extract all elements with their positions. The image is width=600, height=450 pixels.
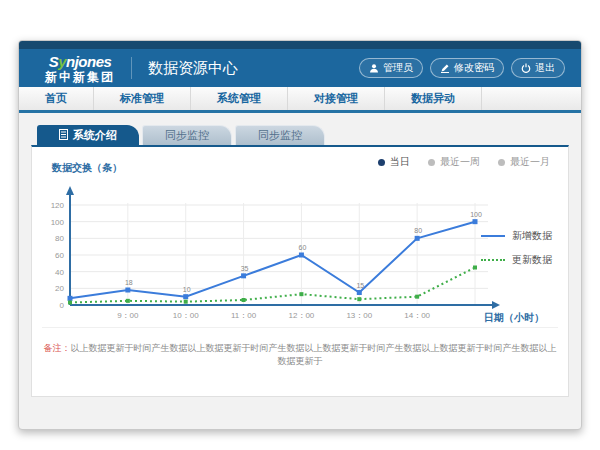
chart-panel: 当日 最近一周 最近一月 0204060801001209：0010：0011：… (31, 145, 569, 397)
footnote-text: 以上数据更新于时间产生数据以上数据更新于时间产生数据以上数据更新于时间产生数据以… (71, 343, 557, 366)
logout-button[interactable]: 退出 (511, 58, 565, 78)
svg-text:80: 80 (414, 227, 422, 234)
svg-text:13：00: 13：00 (346, 311, 372, 320)
tab-system-intro[interactable]: 系统介绍 (37, 125, 139, 145)
svg-text:10: 10 (183, 286, 191, 293)
app-window: Synjones 新中新集团 数据资源中心 管理员 修改密码 退出 (18, 40, 582, 430)
svg-text:10：00: 10：00 (173, 311, 199, 320)
filter-last-week[interactable]: 最近一周 (428, 155, 480, 169)
app-header: Synjones 新中新集团 数据资源中心 管理员 修改密码 退出 (19, 49, 581, 87)
tab-sync-monitor-1[interactable]: 同步监控 (142, 125, 232, 145)
svg-text:120: 120 (51, 201, 65, 210)
filter-label: 当日 (390, 155, 410, 169)
chart-legend: 新增数据 更新数据 (481, 229, 552, 267)
svg-text:20: 20 (55, 284, 64, 293)
page-title: 数据资源中心 (131, 57, 238, 79)
content-area: 系统介绍 同步监控 同步监控 当日 最近一周 (19, 113, 581, 397)
header-top-strip (19, 41, 581, 49)
nav-item-integration-mgmt[interactable]: 对接管理 (288, 87, 385, 110)
svg-text:15: 15 (356, 282, 364, 289)
radio-dot-icon (498, 159, 505, 166)
legend-label: 新增数据 (512, 229, 552, 243)
filter-label: 最近一周 (440, 155, 480, 169)
header-actions: 管理员 修改密码 退出 (359, 58, 565, 78)
tab-label: 同步监控 (258, 128, 302, 143)
user-label: 管理员 (383, 61, 413, 75)
document-icon (59, 129, 68, 142)
footnote: 备注：以上数据更新于时间产生数据以上数据更新于时间产生数据以上数据更新于时间产生… (42, 327, 558, 368)
filter-last-month[interactable]: 最近一月 (498, 155, 550, 169)
filter-label: 最近一月 (510, 155, 550, 169)
svg-text:9：00: 9：00 (117, 311, 139, 320)
legend-item-updated-data[interactable]: 更新数据 (481, 253, 552, 267)
tab-label: 同步监控 (165, 128, 209, 143)
logo-brand-text: Synjones (49, 54, 112, 69)
svg-text:14：00: 14：00 (404, 311, 430, 320)
legend-item-new-data[interactable]: 新增数据 (481, 229, 552, 243)
nav-item-home[interactable]: 首页 (19, 87, 94, 110)
svg-text:100: 100 (51, 218, 65, 227)
user-icon (369, 63, 379, 73)
solid-line-icon (481, 235, 505, 237)
nav-item-data-change[interactable]: 数据异动 (385, 87, 482, 110)
radio-dot-icon (428, 159, 435, 166)
svg-text:18: 18 (125, 279, 133, 286)
svg-text:60: 60 (299, 244, 307, 251)
svg-text:0: 0 (60, 301, 65, 310)
svg-text:11：00: 11：00 (231, 311, 257, 320)
legend-label: 更新数据 (512, 253, 552, 267)
nav-item-standard-mgmt[interactable]: 标准管理 (94, 87, 191, 110)
svg-text:60: 60 (55, 251, 64, 260)
edit-icon (440, 63, 450, 73)
company-logo: Synjones 新中新集团 (45, 54, 115, 83)
filter-today[interactable]: 当日 (378, 155, 410, 169)
svg-text:日期（小时）: 日期（小时） (484, 312, 544, 323)
svg-text:40: 40 (55, 268, 64, 277)
nav-item-system-mgmt[interactable]: 系统管理 (191, 87, 288, 110)
change-password-label: 修改密码 (454, 61, 494, 75)
main-nav: 首页 标准管理 系统管理 对接管理 数据异动 (19, 87, 581, 113)
svg-text:100: 100 (470, 211, 482, 218)
footnote-prefix: 备注： (44, 343, 71, 353)
power-icon (521, 63, 531, 73)
svg-text:80: 80 (55, 234, 64, 243)
user-button[interactable]: 管理员 (359, 58, 423, 78)
svg-text:数据交换（条）: 数据交换（条） (51, 162, 122, 173)
svg-text:12：00: 12：00 (289, 311, 315, 320)
tab-sync-monitor-2[interactable]: 同步监控 (235, 125, 325, 145)
tab-label: 系统介绍 (73, 128, 117, 143)
radio-dot-icon (378, 159, 385, 166)
tab-bar: 系统介绍 同步监控 同步监控 (37, 125, 569, 145)
svg-text:35: 35 (241, 265, 249, 272)
logout-label: 退出 (535, 61, 555, 75)
range-filter-group: 当日 最近一周 最近一月 (378, 155, 550, 169)
change-password-button[interactable]: 修改密码 (430, 58, 504, 78)
logo-company-name: 新中新集团 (45, 71, 115, 83)
dotted-line-icon (481, 259, 505, 261)
